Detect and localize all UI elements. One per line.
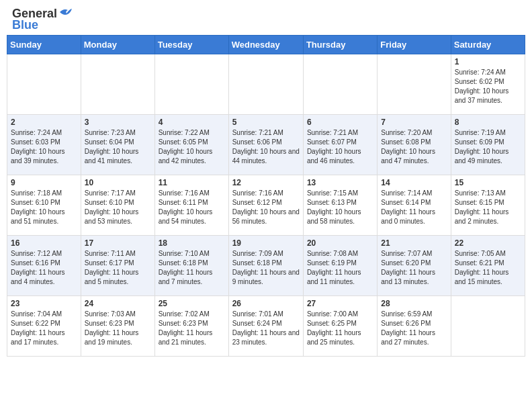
calendar-cell: 15Sunrise: 7:13 AM Sunset: 6:15 PM Dayli…: [451, 175, 525, 236]
day-number: 15: [455, 178, 521, 187]
calendar-cell: 25Sunrise: 7:02 AM Sunset: 6:23 PM Dayli…: [154, 296, 228, 357]
day-number: 26: [232, 299, 300, 308]
day-number: 8: [455, 118, 521, 127]
day-info: Sunrise: 7:21 AM Sunset: 6:06 PM Dayligh…: [232, 128, 300, 166]
calendar-cell: 20Sunrise: 7:08 AM Sunset: 6:19 PM Dayli…: [303, 236, 377, 296]
calendar-week-row: 16Sunrise: 7:12 AM Sunset: 6:16 PM Dayli…: [7, 236, 525, 296]
day-number: 6: [307, 118, 373, 127]
calendar-cell: 4Sunrise: 7:22 AM Sunset: 6:05 PM Daylig…: [154, 115, 228, 175]
day-info: Sunrise: 7:24 AM Sunset: 6:03 PM Dayligh…: [11, 128, 77, 166]
calendar-cell: [81, 54, 154, 115]
weekday-header-saturday: Saturday: [451, 36, 525, 54]
day-info: Sunrise: 7:20 AM Sunset: 6:08 PM Dayligh…: [381, 128, 447, 166]
calendar-cell: [154, 54, 228, 115]
calendar-cell: 3Sunrise: 7:23 AM Sunset: 6:04 PM Daylig…: [81, 115, 154, 175]
calendar-cell: [378, 54, 451, 115]
logo-bird-icon: [58, 7, 73, 19]
day-number: 2: [11, 118, 77, 127]
calendar-cell: 5Sunrise: 7:21 AM Sunset: 6:06 PM Daylig…: [228, 115, 303, 175]
calendar-cell: 13Sunrise: 7:15 AM Sunset: 6:13 PM Dayli…: [303, 175, 377, 236]
day-number: 11: [159, 178, 225, 187]
day-info: Sunrise: 7:24 AM Sunset: 6:02 PM Dayligh…: [455, 68, 521, 105]
calendar-header-row: SundayMondayTuesdayWednesdayThursdayFrid…: [7, 36, 525, 54]
day-info: Sunrise: 7:02 AM Sunset: 6:23 PM Dayligh…: [159, 310, 225, 347]
day-info: Sunrise: 7:17 AM Sunset: 6:10 PM Dayligh…: [85, 189, 151, 226]
calendar-cell: 27Sunrise: 7:00 AM Sunset: 6:25 PM Dayli…: [303, 296, 377, 357]
day-info: Sunrise: 6:59 AM Sunset: 6:26 PM Dayligh…: [381, 310, 447, 347]
day-info: Sunrise: 7:15 AM Sunset: 6:13 PM Dayligh…: [307, 189, 373, 226]
calendar: SundayMondayTuesdayWednesdayThursdayFrid…: [7, 35, 525, 357]
day-info: Sunrise: 7:05 AM Sunset: 6:21 PM Dayligh…: [455, 249, 521, 287]
calendar-cell: 28Sunrise: 6:59 AM Sunset: 6:26 PM Dayli…: [378, 296, 451, 357]
calendar-cell: 12Sunrise: 7:16 AM Sunset: 6:12 PM Dayli…: [228, 175, 303, 236]
day-number: 17: [85, 238, 151, 248]
calendar-cell: 26Sunrise: 7:01 AM Sunset: 6:24 PM Dayli…: [228, 296, 303, 357]
day-number: 28: [381, 299, 447, 308]
day-info: Sunrise: 7:10 AM Sunset: 6:18 PM Dayligh…: [159, 249, 225, 287]
day-number: 19: [232, 238, 300, 248]
calendar-cell: 18Sunrise: 7:10 AM Sunset: 6:18 PM Dayli…: [154, 236, 228, 296]
calendar-cell: 24Sunrise: 7:03 AM Sunset: 6:23 PM Dayli…: [81, 296, 154, 357]
logo-blue: Blue: [12, 18, 38, 32]
day-info: Sunrise: 7:07 AM Sunset: 6:20 PM Dayligh…: [381, 249, 447, 287]
day-info: Sunrise: 7:21 AM Sunset: 6:07 PM Dayligh…: [307, 128, 373, 166]
calendar-week-row: 2Sunrise: 7:24 AM Sunset: 6:03 PM Daylig…: [7, 115, 525, 175]
calendar-cell: 17Sunrise: 7:11 AM Sunset: 6:17 PM Dayli…: [81, 236, 154, 296]
calendar-cell: 19Sunrise: 7:09 AM Sunset: 6:18 PM Dayli…: [228, 236, 303, 296]
day-info: Sunrise: 7:19 AM Sunset: 6:09 PM Dayligh…: [455, 128, 521, 166]
day-number: 5: [232, 118, 300, 127]
weekday-header-thursday: Thursday: [303, 36, 377, 54]
day-info: Sunrise: 7:08 AM Sunset: 6:19 PM Dayligh…: [307, 249, 373, 287]
calendar-cell: 14Sunrise: 7:14 AM Sunset: 6:14 PM Dayli…: [378, 175, 451, 236]
calendar-cell: 2Sunrise: 7:24 AM Sunset: 6:03 PM Daylig…: [7, 115, 81, 175]
calendar-week-row: 9Sunrise: 7:18 AM Sunset: 6:10 PM Daylig…: [7, 175, 525, 236]
calendar-cell: 7Sunrise: 7:20 AM Sunset: 6:08 PM Daylig…: [378, 115, 451, 175]
day-number: 14: [381, 178, 447, 187]
weekday-header-tuesday: Tuesday: [154, 36, 228, 54]
day-info: Sunrise: 7:23 AM Sunset: 6:04 PM Dayligh…: [85, 128, 151, 166]
day-number: 25: [159, 299, 225, 308]
calendar-week-row: 1Sunrise: 7:24 AM Sunset: 6:02 PM Daylig…: [7, 54, 525, 115]
calendar-cell: 10Sunrise: 7:17 AM Sunset: 6:10 PM Dayli…: [81, 175, 154, 236]
calendar-week-row: 23Sunrise: 7:04 AM Sunset: 6:22 PM Dayli…: [7, 296, 525, 357]
page-header: General Blue: [7, 7, 525, 32]
weekday-header-monday: Monday: [81, 36, 154, 54]
calendar-cell: 11Sunrise: 7:16 AM Sunset: 6:11 PM Dayli…: [154, 175, 228, 236]
calendar-cell: 16Sunrise: 7:12 AM Sunset: 6:16 PM Dayli…: [7, 236, 81, 296]
day-info: Sunrise: 7:03 AM Sunset: 6:23 PM Dayligh…: [85, 310, 151, 347]
day-info: Sunrise: 7:22 AM Sunset: 6:05 PM Dayligh…: [159, 128, 225, 166]
day-number: 10: [85, 178, 151, 187]
day-number: 22: [455, 238, 521, 248]
day-number: 18: [159, 238, 225, 248]
calendar-cell: 1Sunrise: 7:24 AM Sunset: 6:02 PM Daylig…: [451, 54, 525, 115]
calendar-cell: 6Sunrise: 7:21 AM Sunset: 6:07 PM Daylig…: [303, 115, 377, 175]
logo: General Blue: [12, 7, 73, 32]
calendar-cell: 21Sunrise: 7:07 AM Sunset: 6:20 PM Dayli…: [378, 236, 451, 296]
weekday-header-friday: Friday: [378, 36, 451, 54]
day-number: 23: [11, 299, 77, 308]
day-number: 13: [307, 178, 373, 187]
day-info: Sunrise: 7:16 AM Sunset: 6:11 PM Dayligh…: [159, 189, 225, 226]
calendar-cell: [228, 54, 303, 115]
calendar-cell: [303, 54, 377, 115]
calendar-cell: 23Sunrise: 7:04 AM Sunset: 6:22 PM Dayli…: [7, 296, 81, 357]
day-info: Sunrise: 7:09 AM Sunset: 6:18 PM Dayligh…: [232, 249, 300, 287]
calendar-cell: 8Sunrise: 7:19 AM Sunset: 6:09 PM Daylig…: [451, 115, 525, 175]
day-info: Sunrise: 7:13 AM Sunset: 6:15 PM Dayligh…: [455, 189, 521, 226]
day-info: Sunrise: 7:14 AM Sunset: 6:14 PM Dayligh…: [381, 189, 447, 226]
day-info: Sunrise: 7:12 AM Sunset: 6:16 PM Dayligh…: [11, 249, 77, 287]
day-info: Sunrise: 7:00 AM Sunset: 6:25 PM Dayligh…: [307, 310, 373, 347]
day-number: 4: [159, 118, 225, 127]
weekday-header-wednesday: Wednesday: [228, 36, 303, 54]
day-info: Sunrise: 7:18 AM Sunset: 6:10 PM Dayligh…: [11, 189, 77, 226]
calendar-cell: [7, 54, 81, 115]
day-info: Sunrise: 7:11 AM Sunset: 6:17 PM Dayligh…: [85, 249, 151, 287]
day-number: 3: [85, 118, 151, 127]
day-number: 9: [11, 178, 77, 187]
calendar-cell: 9Sunrise: 7:18 AM Sunset: 6:10 PM Daylig…: [7, 175, 81, 236]
day-number: 27: [307, 299, 373, 308]
day-number: 1: [455, 57, 521, 66]
calendar-cell: [451, 296, 525, 357]
weekday-header-sunday: Sunday: [7, 36, 81, 54]
day-info: Sunrise: 7:16 AM Sunset: 6:12 PM Dayligh…: [232, 189, 300, 226]
